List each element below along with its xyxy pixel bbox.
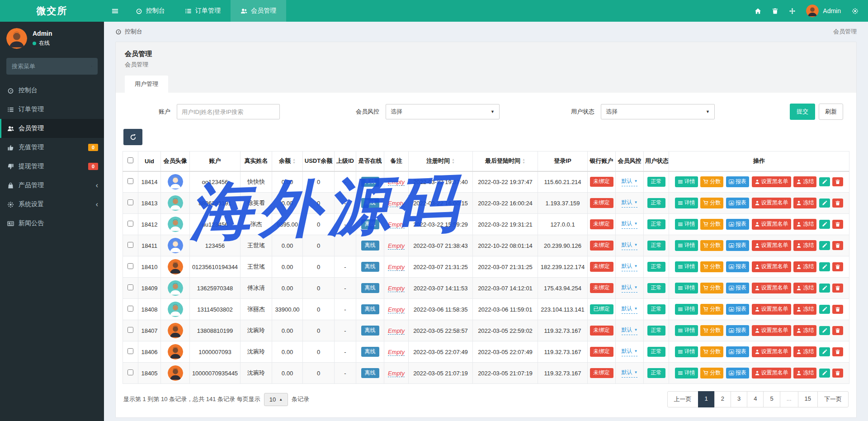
nav-item-members[interactable]: 会员管理 bbox=[231, 0, 286, 22]
detail-button[interactable]: 详情 bbox=[675, 261, 698, 272]
detail-button[interactable]: 详情 bbox=[675, 198, 698, 208]
row-checkbox[interactable] bbox=[127, 306, 133, 312]
risk-control-link[interactable]: 默认▼ bbox=[622, 199, 638, 208]
blacklist-button[interactable]: 设置黑名单 bbox=[752, 261, 791, 272]
remark-link[interactable]: Empty bbox=[388, 349, 405, 356]
report-button[interactable]: 报表 bbox=[726, 240, 749, 251]
delete-button[interactable] bbox=[832, 326, 843, 335]
page-5[interactable]: 5 bbox=[763, 391, 780, 407]
risk-control-link[interactable]: 默认▼ bbox=[622, 241, 638, 250]
score-button[interactable]: 分数 bbox=[700, 240, 723, 251]
user-status-select[interactable]: 选择▼ bbox=[601, 104, 715, 119]
detail-button[interactable]: 详情 bbox=[675, 368, 698, 378]
home-button[interactable] bbox=[749, 0, 766, 22]
delete-button[interactable] bbox=[832, 347, 843, 356]
fullscreen-button[interactable] bbox=[783, 0, 801, 22]
per-page-select[interactable]: 10▲ bbox=[264, 393, 288, 406]
score-button[interactable]: 分数 bbox=[700, 325, 723, 336]
blacklist-button[interactable]: 设置黑名单 bbox=[752, 198, 791, 208]
score-button[interactable]: 分数 bbox=[700, 368, 723, 378]
remark-link[interactable]: Empty bbox=[388, 264, 405, 271]
remark-link[interactable]: Empty bbox=[388, 306, 405, 313]
sidebar-toggle-button[interactable] bbox=[104, 0, 126, 22]
edit-button[interactable] bbox=[819, 369, 830, 378]
sidebar-item-members[interactable]: 会员管理 bbox=[0, 119, 104, 138]
sidebar-item-orders[interactable]: 订单管理 bbox=[0, 100, 104, 119]
remark-link[interactable]: Empty bbox=[388, 285, 405, 292]
delete-button[interactable] bbox=[832, 177, 843, 186]
clear-cache-button[interactable] bbox=[766, 0, 783, 22]
edit-button[interactable] bbox=[819, 177, 830, 186]
report-button[interactable]: 报表 bbox=[726, 219, 749, 230]
remark-link[interactable]: Empty bbox=[388, 179, 405, 186]
score-button[interactable]: 分数 bbox=[700, 346, 723, 357]
account-search-input[interactable] bbox=[177, 104, 280, 119]
header-register-time[interactable]: 注册时间▲▼ bbox=[409, 151, 473, 171]
blacklist-button[interactable]: 设置黑名单 bbox=[752, 304, 791, 315]
detail-button[interactable]: 详情 bbox=[675, 346, 698, 357]
detail-button[interactable]: 详情 bbox=[675, 240, 698, 251]
row-checkbox[interactable] bbox=[127, 221, 133, 227]
sidebar-item-news[interactable]: 新闻公告 bbox=[0, 214, 104, 233]
page-prev[interactable]: 上一页 bbox=[667, 391, 698, 407]
freeze-button[interactable]: 冻结 bbox=[793, 368, 816, 378]
detail-button[interactable]: 详情 bbox=[675, 325, 698, 336]
score-button[interactable]: 分数 bbox=[700, 304, 723, 315]
freeze-button[interactable]: 冻结 bbox=[793, 198, 816, 208]
report-button[interactable]: 报表 bbox=[726, 325, 749, 336]
row-checkbox[interactable] bbox=[127, 348, 133, 354]
search-icon[interactable] bbox=[91, 63, 92, 69]
blacklist-button[interactable]: 设置黑名单 bbox=[752, 283, 791, 293]
edit-button[interactable] bbox=[819, 326, 830, 335]
score-button[interactable]: 分数 bbox=[700, 283, 723, 293]
detail-button[interactable]: 详情 bbox=[675, 176, 698, 187]
freeze-button[interactable]: 冻结 bbox=[793, 219, 816, 230]
detail-button[interactable]: 详情 bbox=[675, 304, 698, 315]
page-15[interactable]: 15 bbox=[798, 391, 818, 407]
detail-button[interactable]: 详情 bbox=[675, 219, 698, 230]
page-2[interactable]: 2 bbox=[714, 391, 731, 407]
freeze-button[interactable]: 冻结 bbox=[793, 240, 816, 251]
remark-link[interactable]: Empty bbox=[388, 242, 405, 250]
report-button[interactable]: 报表 bbox=[726, 198, 749, 208]
blacklist-button[interactable]: 设置黑名单 bbox=[752, 219, 791, 230]
freeze-button[interactable]: 冻结 bbox=[793, 304, 816, 315]
reload-table-button[interactable] bbox=[123, 129, 142, 145]
delete-button[interactable] bbox=[832, 284, 843, 293]
risk-control-link[interactable]: 默认▼ bbox=[622, 220, 638, 229]
detail-button[interactable]: 详情 bbox=[675, 283, 698, 293]
report-button[interactable]: 报表 bbox=[726, 261, 749, 272]
tab-user-management[interactable]: 用户管理 bbox=[125, 76, 168, 93]
report-button[interactable]: 报表 bbox=[726, 368, 749, 378]
remark-link[interactable]: Empty bbox=[388, 370, 405, 377]
risk-control-link[interactable]: 默认▼ bbox=[622, 284, 638, 293]
edit-button[interactable] bbox=[819, 199, 830, 208]
sidebar-item-deposits[interactable]: 充值管理0 bbox=[0, 138, 104, 157]
edit-button[interactable] bbox=[819, 220, 830, 229]
sidebar-item-system-settings[interactable]: 系统设置‹ bbox=[0, 195, 104, 214]
delete-button[interactable] bbox=[832, 369, 843, 378]
refresh-button[interactable]: 刷新 bbox=[819, 104, 843, 120]
settings-button[interactable] bbox=[846, 0, 863, 22]
edit-button[interactable] bbox=[819, 262, 830, 271]
delete-button[interactable] bbox=[832, 305, 843, 314]
risk-control-link[interactable]: 默认▼ bbox=[622, 177, 638, 186]
sidebar-item-dashboard[interactable]: 控制台 bbox=[0, 81, 104, 100]
blacklist-button[interactable]: 设置黑名单 bbox=[752, 325, 791, 336]
page-4[interactable]: 4 bbox=[747, 391, 764, 407]
row-checkbox[interactable] bbox=[127, 284, 133, 290]
edit-button[interactable] bbox=[819, 305, 830, 314]
risk-control-select[interactable]: 选择▼ bbox=[386, 104, 500, 119]
report-button[interactable]: 报表 bbox=[726, 304, 749, 315]
delete-button[interactable] bbox=[832, 241, 843, 250]
freeze-button[interactable]: 冻结 bbox=[793, 176, 816, 187]
blacklist-button[interactable]: 设置黑名单 bbox=[752, 240, 791, 251]
blacklist-button[interactable]: 设置黑名单 bbox=[752, 346, 791, 357]
page-1[interactable]: 1 bbox=[698, 391, 715, 407]
row-checkbox[interactable] bbox=[127, 242, 133, 248]
sidebar-item-withdrawals[interactable]: 提现管理0 bbox=[0, 157, 104, 176]
freeze-button[interactable]: 冻结 bbox=[793, 325, 816, 336]
nav-item-orders[interactable]: 订单管理 bbox=[175, 0, 231, 22]
score-button[interactable]: 分数 bbox=[700, 261, 723, 272]
select-all-checkbox[interactable] bbox=[127, 157, 133, 163]
